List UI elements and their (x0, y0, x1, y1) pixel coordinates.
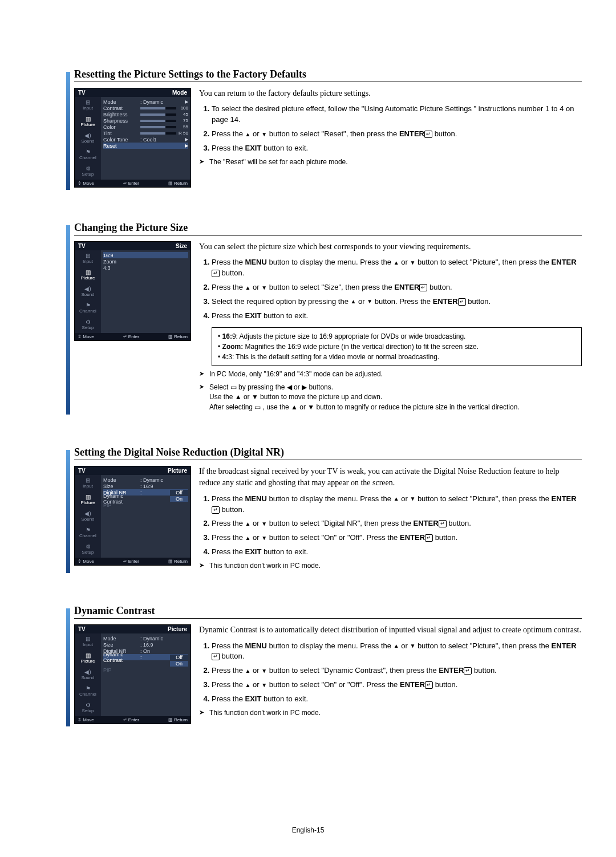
note: Select ▭ by pressing the ◀ or ▶ buttons.… (199, 383, 582, 412)
section-reset: Resetting the Picture Settings to the Fa… (74, 68, 582, 188)
info-box: 16:9: Adjusts the picture size to 16:9 a… (212, 327, 582, 366)
osd-screenshot: TVPicture⊞Input▥Picture◀)Sound⚑Channel⚙S… (74, 466, 191, 566)
note: This function don't work in PC mode. (199, 708, 582, 718)
section-size: Changing the Picture Size TVSize⊞Input▥P… (74, 222, 582, 412)
note: The "Reset" will be set for each picture… (199, 157, 582, 167)
steps-list: Press the MENU button to display the men… (199, 257, 582, 321)
section-title: Changing the Picture Size (74, 222, 582, 235)
intro-text: If the broadcast signal received by your… (199, 466, 582, 489)
section-dynamic-contrast: Dynamic Contrast TVPicture⊞Input▥Picture… (74, 605, 582, 724)
osd-screenshot: TVSize⊞Input▥Picture◀)Sound⚑Channel⚙Setu… (74, 241, 191, 341)
section-title: Setting the Digital Noise Reduction (Dig… (74, 446, 582, 460)
page-number: English-15 (0, 826, 616, 834)
osd-screenshot: TVPicture⊞Input▥Picture◀)Sound⚑Channel⚙S… (74, 624, 191, 724)
osd-screenshot: TVMode⊞Input▥Picture◀)Sound⚑Channel⚙Setu… (74, 88, 191, 188)
section-dnr: Setting the Digital Noise Reduction (Dig… (74, 446, 582, 571)
steps-list: To select the desired picture effect, fo… (199, 104, 582, 153)
steps-list: Press the MENU button to display the men… (199, 641, 582, 705)
manual-page: Resetting the Picture Settings to the Fa… (0, 0, 616, 857)
note: In PC Mode, only "16:9" and "4:3" mode c… (199, 369, 582, 379)
section-title: Dynamic Contrast (74, 605, 582, 619)
note: This function don't work in PC mode. (199, 561, 582, 571)
intro-text: Dynamic Contrast is to automatically det… (199, 624, 582, 636)
steps-list: Press the MENU button to display the men… (199, 494, 582, 558)
intro-text: You can select the picture size which be… (199, 241, 582, 253)
section-title: Resetting the Picture Settings to the Fa… (74, 68, 582, 82)
intro-text: You can return to the factory defaults p… (199, 88, 582, 99)
